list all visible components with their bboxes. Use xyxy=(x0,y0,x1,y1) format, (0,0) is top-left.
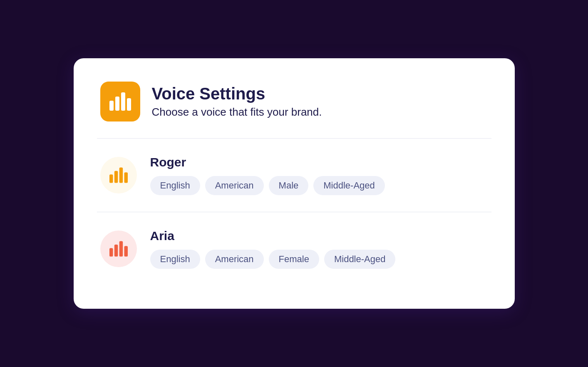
svg-rect-8 xyxy=(109,248,113,256)
card-header: Voice Settings Choose a voice that fits … xyxy=(100,82,488,122)
svg-rect-6 xyxy=(119,167,122,183)
page-title: Voice Settings xyxy=(152,84,322,103)
svg-rect-4 xyxy=(109,174,113,183)
svg-rect-1 xyxy=(115,97,119,111)
svg-rect-0 xyxy=(109,101,114,111)
roger-tags: English American Male Middle-Aged xyxy=(150,176,385,195)
aria-tags: English American Female Middle-Aged xyxy=(150,250,396,269)
roger-tag-2: Male xyxy=(269,176,309,195)
aria-info: Aria English American Female Middle-Aged xyxy=(150,229,396,269)
voice-item-aria[interactable]: Aria English American Female Middle-Aged xyxy=(100,212,488,285)
roger-tag-1: American xyxy=(205,176,264,195)
roger-avatar xyxy=(100,157,137,193)
aria-tag-2: Female xyxy=(269,250,319,269)
aria-tag-3: Middle-Aged xyxy=(324,250,396,269)
svg-rect-9 xyxy=(114,245,117,257)
svg-rect-3 xyxy=(127,98,131,111)
svg-rect-11 xyxy=(124,246,127,256)
header-text-block: Voice Settings Choose a voice that fits … xyxy=(152,84,322,119)
svg-rect-5 xyxy=(114,171,117,183)
roger-name: Roger xyxy=(150,155,385,169)
aria-avatar xyxy=(100,231,137,267)
aria-tag-0: English xyxy=(150,250,200,269)
svg-rect-2 xyxy=(121,92,125,111)
svg-rect-7 xyxy=(124,172,127,183)
svg-rect-10 xyxy=(119,241,122,256)
voice-settings-card: Voice Settings Choose a voice that fits … xyxy=(74,58,515,309)
roger-tag-0: English xyxy=(150,176,200,195)
voice-item-roger[interactable]: Roger English American Male Middle-Aged xyxy=(100,139,488,212)
aria-name: Aria xyxy=(150,229,396,243)
roger-tag-3: Middle-Aged xyxy=(313,176,385,195)
aria-tag-1: American xyxy=(205,250,264,269)
roger-info: Roger English American Male Middle-Aged xyxy=(150,155,385,195)
page-subtitle: Choose a voice that fits your brand. xyxy=(152,106,322,119)
voice-settings-icon xyxy=(100,82,140,122)
